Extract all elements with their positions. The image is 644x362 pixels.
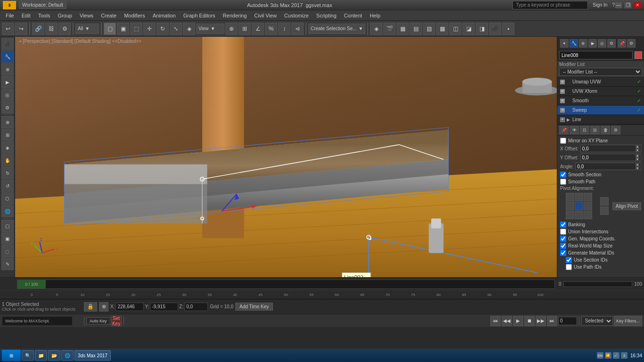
marquee-btn[interactable]: ⬚: [130, 23, 142, 35]
sign-in-btn[interactable]: Sign In: [593, 2, 607, 8]
menu-customize[interactable]: Customize: [281, 12, 313, 19]
configure-panel-icon[interactable]: ⚙: [627, 39, 636, 48]
config-icon[interactable]: ⚙: [611, 126, 620, 134]
banking-checkbox[interactable]: [560, 222, 566, 228]
selection-set-dropdown[interactable]: Create Selection Se...▼: [308, 24, 365, 34]
volume-icon[interactable]: 🔊: [613, 352, 619, 359]
menu-group[interactable]: Group: [54, 12, 76, 19]
render-scene-btn[interactable]: 🎬: [383, 23, 396, 35]
modify-tab[interactable]: 🔧: [1, 50, 14, 63]
timeline-scroll-track[interactable]: [563, 281, 633, 287]
menu-content[interactable]: Content: [340, 12, 366, 19]
menu-rendering[interactable]: Rendering: [219, 12, 251, 19]
z-coord-input[interactable]: [184, 303, 208, 311]
3dsmax-tray-icon[interactable]: 3: [621, 352, 627, 359]
pivot-bc[interactable]: [575, 211, 583, 219]
auto-key-btn[interactable]: Auto Key: [86, 317, 110, 325]
menu-help[interactable]: Help: [366, 12, 384, 19]
create-tab[interactable]: ⬛: [1, 38, 14, 50]
frame-number-input[interactable]: [558, 317, 577, 325]
minimize-btn[interactable]: —: [615, 2, 622, 8]
object-color-swatch[interactable]: [635, 51, 642, 59]
menu-scripting[interactable]: Scripting: [313, 12, 340, 19]
prev-frame-btn[interactable]: ◀◀: [502, 316, 512, 326]
search-taskbar[interactable]: 🔍: [22, 350, 34, 361]
menu-views[interactable]: Views: [76, 12, 97, 19]
orbit-btn[interactable]: ↻: [1, 167, 14, 179]
mod-vis-icon[interactable]: 👁: [560, 89, 565, 94]
filter-dropdown[interactable]: All▼: [75, 24, 99, 34]
redo-btn[interactable]: ↪: [15, 23, 27, 35]
x-offset-up[interactable]: ▲: [636, 145, 639, 148]
display-tab[interactable]: ◎: [1, 89, 14, 101]
utilities-tab[interactable]: ⚙: [1, 101, 14, 114]
gen-mat-ids-checkbox[interactable]: [560, 250, 566, 256]
angle-down[interactable]: ▼: [636, 166, 639, 170]
mod-vis-icon[interactable]: 👁: [560, 99, 565, 103]
union-intersections-checkbox[interactable]: [560, 229, 566, 235]
scale-btn[interactable]: ⤡: [170, 23, 182, 35]
render-btn2[interactable]: ▤: [410, 23, 422, 35]
mod-vis-icon[interactable]: 👁: [560, 108, 565, 113]
pivot-btn[interactable]: ⊕: [225, 23, 238, 35]
real-world-checkbox[interactable]: [560, 243, 566, 249]
create-panel-icon[interactable]: ✦: [560, 39, 569, 48]
next-frame-btn[interactable]: ▶▶: [536, 316, 546, 326]
pivot-bl[interactable]: [566, 211, 574, 219]
x-coord-input[interactable]: [116, 303, 144, 311]
render-frame-btn[interactable]: ▦: [396, 23, 409, 35]
menu-file[interactable]: File: [2, 12, 18, 19]
utilities-panel-icon[interactable]: ⚙: [607, 39, 616, 48]
mod-unwrap-uvw[interactable]: 👁 Unwrap UVW ✓: [557, 77, 644, 87]
link-btn[interactable]: 🔗: [32, 23, 44, 35]
remove-icon[interactable]: 🗑: [601, 126, 610, 134]
select3-btn[interactable]: ▢: [1, 220, 14, 232]
orbit2-btn[interactable]: ↺: [1, 180, 14, 192]
snap3d-btn[interactable]: ⊞: [239, 23, 251, 35]
render-btn3[interactable]: ▧: [423, 23, 435, 35]
angle-spinner[interactable]: ▲ ▼: [636, 163, 639, 170]
orient-icon[interactable]: ⊕: [99, 302, 108, 312]
gen-mapping-checkbox[interactable]: [560, 236, 566, 242]
pivot-right[interactable]: [600, 206, 609, 215]
render-btn4[interactable]: ▩: [436, 23, 448, 35]
menu-modifiers[interactable]: Modifiers: [120, 12, 149, 19]
max-btn[interactable]: ⬡: [1, 192, 14, 205]
pan-btn[interactable]: ✋: [1, 154, 14, 166]
render-btn9[interactable]: ▪: [502, 23, 514, 35]
show-end-icon[interactable]: ⊡: [580, 126, 589, 134]
x-offset-spinner[interactable]: ▲ ▼: [636, 145, 639, 152]
key-filters-btn[interactable]: Key Filters...: [614, 316, 642, 326]
use-path-ids-checkbox[interactable]: [566, 264, 572, 270]
smooth-path-checkbox[interactable]: [560, 179, 566, 185]
zoom-btn[interactable]: ⊕: [1, 116, 14, 128]
rotate-btn[interactable]: ↻: [157, 23, 169, 35]
workspace-dropdown[interactable]: Workspace: Default: [19, 1, 66, 9]
region-btn[interactable]: ▣: [1, 232, 14, 245]
pivot-tr[interactable]: [584, 193, 592, 201]
menu-civil-view[interactable]: Civil View: [250, 12, 280, 19]
modify-panel-icon[interactable]: 🔧: [570, 39, 578, 48]
paint-btn[interactable]: ✎: [1, 258, 14, 270]
lasso-btn[interactable]: ◌: [1, 245, 14, 257]
menu-tools[interactable]: Tools: [34, 12, 54, 19]
pivot-br[interactable]: [584, 211, 592, 219]
pivot-mr[interactable]: [584, 202, 592, 210]
x-offset-down[interactable]: ▼: [636, 148, 639, 152]
make-unique-icon[interactable]: ⊟: [590, 126, 600, 134]
y-offset-down[interactable]: ▼: [636, 157, 639, 161]
menu-graph-editors[interactable]: Graph Editors: [180, 12, 219, 19]
smooth-section-checkbox[interactable]: [560, 172, 566, 178]
taskbar-task-explorer[interactable]: 📁: [35, 350, 47, 361]
render-btn7[interactable]: ◨: [476, 23, 488, 35]
y-offset-up[interactable]: ▲: [636, 154, 639, 157]
pivot-tl[interactable]: [566, 193, 574, 201]
go-end-btn[interactable]: ⏭: [547, 316, 557, 326]
mirror-xy-checkbox[interactable]: [560, 138, 566, 144]
scene-btn[interactable]: 🌐: [1, 205, 14, 217]
taskbar-task-3dsmax[interactable]: 3ds Max 2017: [74, 350, 111, 361]
pivot-ml[interactable]: [566, 202, 574, 210]
timeline-bar[interactable]: 0 / 100: [17, 280, 555, 289]
network-icon[interactable]: 📶: [605, 352, 611, 359]
stop-btn[interactable]: ⏹: [524, 316, 535, 326]
